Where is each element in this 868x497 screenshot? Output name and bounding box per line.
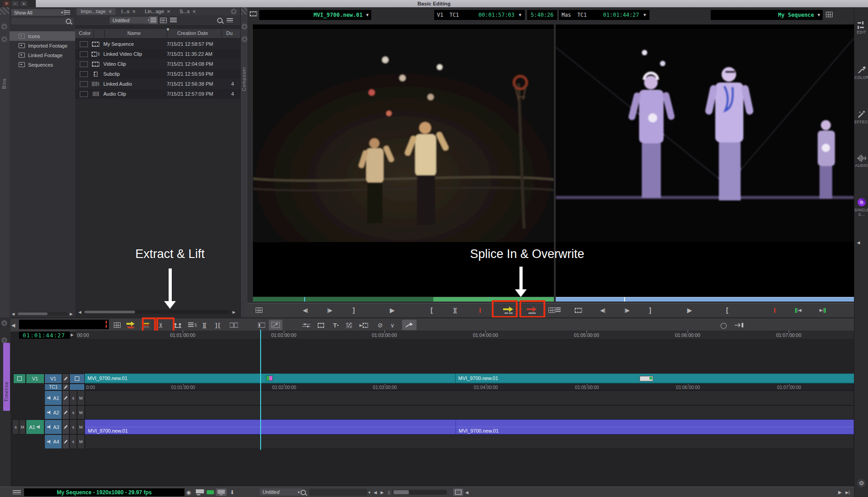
track-a2-pen-cell[interactable] [62, 405, 69, 419]
sidebar-scroll-right-button[interactable]: ▶ [68, 311, 74, 317]
timeline-collapse-button[interactable]: ◀ [11, 320, 15, 330]
workspace-effects-button[interactable]: EFFECTS [854, 110, 868, 124]
grain-effect-button[interactable] [346, 320, 352, 330]
zoom-window-button[interactable]: + [20, 1, 27, 6]
audio-keyframe-button[interactable]: ∨ [390, 320, 395, 330]
source-mark-in-button[interactable]: [ [431, 305, 433, 315]
record-add-edit-button[interactable] [774, 305, 776, 315]
track-a1-mute-button[interactable]: M [77, 390, 85, 405]
track-tc1-monitor-cell[interactable] [69, 384, 85, 390]
video-quality-indicator[interactable] [207, 490, 214, 494]
scroll-right-button[interactable]: ▶ [379, 489, 385, 495]
bin-rail-menu-button[interactable]: ▾ [1, 24, 7, 29]
pan-automation-button[interactable] [402, 320, 417, 330]
monitor-select-button[interactable] [216, 488, 227, 496]
track-a4-solo-button[interactable]: s [69, 434, 77, 449]
video-clip-segment[interactable]: MVI_9700.new.01 MVI_9700.new.01 [85, 374, 854, 384]
dual-roller-trim-button[interactable]: ] [ [215, 320, 220, 330]
record-track-a2[interactable]: A2 [44, 405, 62, 419]
workspace-audio-button[interactable]: AUDIO [854, 154, 868, 168]
timeline-play-button[interactable]: ▶ [837, 489, 843, 495]
clip-color-swatch[interactable] [80, 41, 88, 47]
close-window-button[interactable]: ✕ [3, 1, 10, 6]
track-a1-lane[interactable] [85, 390, 854, 405]
frame-view-button[interactable] [159, 16, 168, 24]
timeline-ruler[interactable]: 00:00 01:01:00:00 01:02:00:00 01:03:00:0… [76, 331, 854, 340]
timeline-collapse-left-button[interactable]: ◀ [464, 489, 470, 495]
audio-clip-segment[interactable]: MVI_9700.new.01 MVI_9700.new.01 [85, 419, 854, 434]
text-view-button[interactable] [149, 16, 158, 24]
track-a3-solo-button[interactable]: s [69, 419, 77, 434]
audio-mixer-button[interactable] [302, 320, 310, 330]
timeline-view-button[interactable] [453, 488, 463, 496]
track-a1-pen-cell[interactable] [62, 390, 69, 405]
close-icon[interactable]: ✕ [167, 9, 170, 14]
bin-view-preset-dropdown[interactable]: Untitled▾ [110, 17, 152, 24]
sidebar-item-linked-footage[interactable]: Linked Footage [10, 50, 75, 60]
caps-lock-button[interactable]: ⬇ [228, 489, 236, 496]
source-step-forward-button[interactable]: |▶ [327, 305, 332, 315]
bin-rail-close-button[interactable]: ✕ [1, 36, 7, 42]
source-play-button[interactable]: ▶ [390, 305, 395, 315]
track-a3-mute-button[interactable]: M [77, 419, 85, 434]
clip-color-swatch[interactable] [80, 71, 88, 77]
record-position-bar[interactable] [556, 297, 854, 302]
focus-button[interactable] [735, 320, 744, 330]
title-tool-button[interactable]: T+ [333, 320, 339, 330]
track-tc1[interactable]: TC1 [44, 384, 62, 390]
track-a3-pen-cell[interactable] [62, 419, 69, 434]
source-video-monitor-cell[interactable] [13, 374, 26, 384]
bin-row-subclip[interactable]: Subclip 7/15/21 12:55:59 PM [75, 69, 240, 79]
bin-row-audio-clip[interactable]: Audio Clip 7/15/21 12:57:09 PM 4 [75, 89, 240, 99]
record-toggle-button[interactable]: ◉ [185, 489, 192, 496]
record-mark-out-button[interactable]: ] [649, 305, 651, 315]
close-icon[interactable]: ✕ [192, 9, 196, 14]
source-position-indicator[interactable] [304, 297, 305, 302]
column-duration[interactable]: Du [226, 30, 233, 36]
record-grid-button[interactable] [548, 305, 555, 315]
source-a1-solo-button[interactable]: s [12, 419, 19, 434]
track-tc1-lane[interactable]: 0:00 01:01:00:00 01:02:00:00 01:03:00:00… [85, 384, 854, 390]
timeline-search-field[interactable] [309, 489, 367, 496]
source-step-backward-button[interactable]: ◀| [303, 305, 308, 315]
scroll-left-button[interactable]: ◀ [373, 489, 378, 495]
timeline-grid-button[interactable] [114, 320, 121, 330]
effect-mode-button[interactable] [269, 320, 282, 330]
bin-tab-sequences[interactable]: S...s✕ [176, 8, 199, 15]
source-add-edit-button[interactable] [480, 305, 481, 315]
record-position-indicator[interactable] [624, 297, 625, 302]
clip-name[interactable]: My Sequence [103, 41, 167, 47]
track-a4-mute-button[interactable]: M [77, 434, 85, 449]
clip-name[interactable]: Subclip [103, 71, 167, 77]
record-step-backward-button[interactable]: ◀| [600, 305, 605, 315]
record-track-v1[interactable]: V1 [44, 374, 62, 384]
bin-tab-linked-footage[interactable]: Lin...age✕ [141, 8, 175, 15]
clip-color-swatch[interactable] [80, 61, 88, 67]
timeline-search-button[interactable] [299, 489, 307, 496]
source-mark-clip-button[interactable]: ][ [453, 305, 457, 315]
script-view-button[interactable] [169, 16, 178, 24]
record-timecode-field[interactable]: Mas TC1 01:01:44:27 ▼ [559, 10, 650, 20]
track-a2-solo-button[interactable]: s [69, 405, 77, 419]
bin-filter-dropdown[interactable]: Show All▾ [11, 9, 66, 16]
lasso-button[interactable]: ◯ [720, 320, 727, 330]
chevron-down-icon[interactable]: ▼ [518, 13, 522, 17]
record-mark-in-button[interactable]: [ [726, 305, 728, 315]
column-color[interactable]: Color [79, 30, 91, 36]
disable-button[interactable]: ⊘ [378, 320, 383, 330]
source-clip-field[interactable]: MVI_9700.new.01 ▼ [259, 10, 371, 20]
sidebar-item-sequences[interactable]: Sequences [10, 60, 75, 69]
sidebar-collapse-button[interactable]: ◀ [855, 239, 862, 246]
timeline-menu-icon[interactable] [13, 490, 21, 494]
bin-row-linked-audio[interactable]: § Linked Audio 7/15/21 12:56:38 PM 4 [75, 79, 240, 89]
bin-scroll-right-button[interactable]: ▶ [231, 309, 237, 315]
motion-effect-button[interactable] [318, 320, 324, 330]
source-record-toggle-button[interactable] [230, 320, 238, 330]
go-to-in-button[interactable]: |◀ [795, 305, 801, 315]
track-v1-monitor-cell[interactable] [69, 374, 85, 384]
video-quality-button[interactable] [195, 489, 205, 496]
source-a1-mute-button[interactable]: M [19, 419, 26, 434]
record-sequence-field[interactable]: My Sequence ▼ [711, 10, 823, 20]
chevron-down-icon[interactable]: ▼ [643, 13, 647, 17]
settings-gear-button[interactable]: ⚙ [857, 479, 866, 487]
